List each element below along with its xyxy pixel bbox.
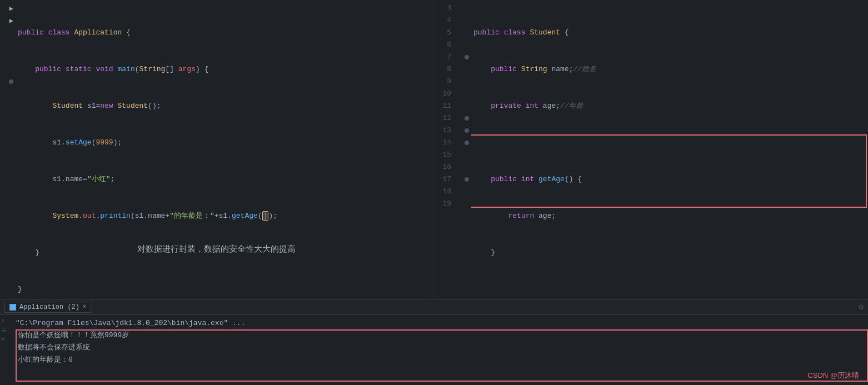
console-tab-bar: Application (2) × ⚙ — [0, 299, 868, 315]
ln-8: 8 — [433, 63, 451, 76]
right-code-lines: public class Student { public String nam… — [471, 0, 868, 299]
left-gutter: ▶ ▶ — [0, 0, 16, 299]
code-line-2: public static void main(String[] args) { — [18, 63, 433, 76]
console-line-cmd: "C:\Program Files\Java\jdk1.8.0_202\bin\… — [16, 317, 868, 329]
console-output-area: "C:\Program Files\Java\jdk1.8.0_202\bin\… — [16, 317, 868, 383]
ln-3: 3 — [433, 2, 451, 14]
ln-17: 17 — [433, 173, 451, 186]
r-line-6 — [473, 137, 868, 149]
csdn-watermark: CSDN @历沐晴 — [807, 371, 859, 381]
ln-13: 13 — [433, 124, 451, 137]
console-icon-1: ⬇ — [1, 317, 7, 325]
console-icon-2: ☰ — [1, 327, 7, 334]
console-line-1: 你怕是个妖怪哦！！！竟然9999岁 — [16, 329, 868, 342]
run-arrow-1: ▶ — [9, 4, 13, 13]
gear-icon[interactable]: ⚙ — [859, 302, 864, 312]
r-line-7: public int getAge() { — [473, 173, 868, 186]
bottom-bar: Application (2) × ⚙ ⬇ ☰ ≡ "C:\Program Fi… — [0, 299, 868, 385]
r-line-8: return age; — [473, 210, 868, 222]
console-line-3: 小红的年龄是：0 — [16, 354, 868, 366]
r-line-4: public String name;//姓名 — [473, 63, 868, 76]
ln-18: 18 — [433, 186, 451, 198]
code-line-1: public class Application { — [18, 27, 433, 39]
r-line-9: } — [473, 247, 868, 259]
code-line-4: s1.setAge(9999); — [18, 137, 433, 149]
ln-16: 16 — [433, 161, 451, 173]
ln-6: 6 — [433, 39, 451, 51]
console-icon-3: ≡ — [1, 336, 7, 344]
console-content: ⬇ ☰ ≡ "C:\Program Files\Java\jdk1.8.0_20… — [0, 315, 868, 385]
right-gutter — [456, 0, 471, 299]
ln-19: 19 — [433, 198, 451, 210]
console-side-icons: ⬇ ☰ ≡ — [1, 317, 7, 344]
right-panel: 3 4 5 6 7 8 9 10 11 12 13 14 15 16 17 18… — [433, 0, 868, 299]
gutter-marker-13 — [465, 128, 469, 133]
ln-10: 10 — [433, 88, 451, 100]
gutter-marker-7 — [465, 55, 469, 59]
console-tab-label: Application (2) — [19, 303, 79, 311]
ln-15: 15 — [433, 149, 451, 161]
r-line-5: private int age;//年龄 — [473, 100, 868, 112]
code-line-5: s1.name="小红"; — [18, 173, 433, 186]
code-line-8: } — [18, 283, 433, 296]
ln-4: 4 — [433, 14, 451, 27]
annotation-text: 对数据进行封装，数据的安全性大大的提高 — [137, 244, 296, 253]
console-tab-close[interactable]: × — [83, 304, 86, 310]
ln-14: 14 — [433, 137, 451, 149]
ln-11: 11 — [433, 100, 451, 112]
ln-12: 12 — [433, 112, 451, 124]
ln-9: 9 — [433, 76, 451, 88]
console-tab[interactable]: Application (2) × — [4, 302, 91, 313]
left-panel: ▶ ▶ public class Application { public st… — [0, 0, 433, 299]
ln-7: 7 — [433, 51, 451, 63]
r-line-10 — [473, 283, 868, 296]
breakpoint-left-7 — [9, 79, 13, 84]
line-numbers-right: 3 4 5 6 7 8 9 10 11 12 13 14 15 16 17 18… — [433, 0, 456, 299]
code-line-6: System.out.println(s1.name+"的年龄是："+s1.ge… — [18, 210, 433, 222]
gutter-marker-12 — [465, 116, 469, 121]
gutter-marker-17 — [465, 177, 469, 182]
gutter-marker-14 — [465, 141, 469, 145]
ln-5: 5 — [433, 27, 451, 39]
editor-area: ▶ ▶ public class Application { public st… — [0, 0, 868, 299]
annotation-box: 对数据进行封装，数据的安全性大大的提高 — [137, 244, 296, 254]
r-line-3: public class Student { — [473, 27, 868, 39]
code-line-3: Student s1=new Student(); — [18, 100, 433, 112]
run-arrow-2: ▶ — [9, 17, 13, 25]
console-tab-icon — [9, 304, 16, 311]
console-line-2: 数据将不会保存进系统 — [16, 342, 868, 354]
